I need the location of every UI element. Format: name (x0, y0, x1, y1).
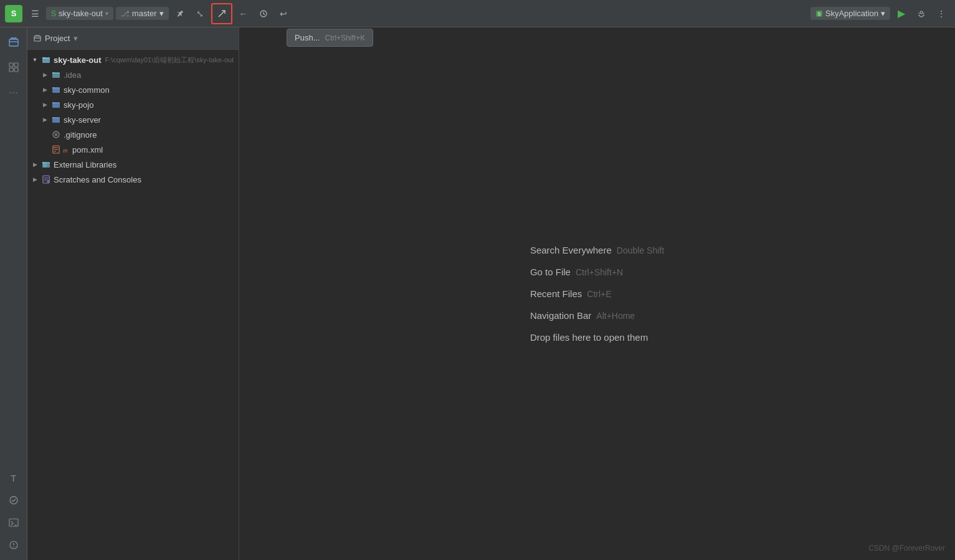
sidebar-item-unknown[interactable] (4, 535, 24, 555)
navigation-bar-label: Navigation Bar (530, 310, 591, 321)
shortcut-row-search: Search Everywhere Double Shift (530, 245, 664, 255)
undo-icon[interactable]: ↩ (275, 5, 292, 22)
left-sidebar: ··· T (0, 27, 27, 560)
sky-server-folder-icon (51, 115, 61, 125)
shortcut-row-recent: Recent Files Ctrl+E (530, 288, 612, 299)
search-everywhere-key: Double Shift (617, 245, 664, 255)
sidebar-item-terminal[interactable] (4, 513, 24, 533)
more-options-icon[interactable]: ⋮ (933, 5, 950, 22)
sky-common-label: sky-common (64, 85, 110, 95)
navigation-bar-key: Alt+Home (596, 311, 635, 321)
sidebar-bottom-group: T (4, 468, 24, 555)
go-to-file-label: Go to File (530, 267, 571, 277)
gitignore-icon (51, 130, 61, 140)
sky-common-folder-icon (51, 85, 61, 95)
back-icon[interactable]: ← (235, 5, 252, 22)
tree-arrow-sky-server: ▶ (40, 115, 50, 125)
main-area: Project ▾ ▼ sky-take-out F:\cqwm\day01\后… (27, 27, 955, 560)
run-config-chevron-icon: ▾ (881, 9, 885, 18)
sidebar-item-structure[interactable] (4, 57, 24, 77)
push-tooltip-shortcut: Ctrl+Shift+K (325, 34, 365, 42)
pin-icon[interactable] (171, 5, 189, 22)
project-panel-header: Project ▾ (27, 27, 239, 50)
tree-arrow-sky-pojo: ▶ (40, 100, 50, 110)
svg-rect-6 (14, 63, 18, 67)
shortcut-row-goto: Go to File Ctrl+Shift+N (530, 267, 623, 277)
tree-item-gitignore[interactable]: ▶ .gitignore (27, 127, 239, 142)
shortcut-row-drop: Drop files here to open them (530, 332, 648, 343)
recent-files-label: Recent Files (530, 288, 582, 299)
tree-arrow-idea: ▶ (40, 70, 50, 80)
tree-item-sky-pojo[interactable]: ▶ sky-pojo (27, 97, 239, 112)
search-everywhere-label: Search Everywhere (530, 245, 612, 255)
project-header-icon (34, 35, 41, 42)
toolbar-right: S SkyApplication ▾ ▶ ⋮ (810, 5, 950, 22)
branch-name-label: master (132, 9, 157, 18)
project-chevron-icon: ▾ (105, 10, 108, 17)
debug-button[interactable] (913, 5, 930, 22)
pom-m-badge: m (62, 145, 69, 154)
project-panel-title: Project (45, 34, 70, 43)
branch-chevron-icon: ▾ (159, 9, 164, 18)
go-to-file-key: Ctrl+Shift+N (576, 267, 623, 277)
sidebar-item-coverage[interactable] (4, 490, 24, 510)
push-button[interactable] (211, 3, 232, 24)
history-icon[interactable] (255, 5, 272, 22)
run-button[interactable]: ▶ (893, 5, 910, 22)
shortcuts-panel: Search Everywhere Double Shift Go to Fil… (530, 245, 664, 343)
run-config-label: SkyApplication (825, 9, 878, 18)
sidebar-item-project[interactable] (4, 32, 24, 52)
external-libraries-icon (41, 159, 51, 169)
push-tooltip: Push... Ctrl+Shift+K (287, 29, 373, 47)
project-name-label: sky-take-out (59, 9, 103, 18)
svg-point-12 (13, 546, 14, 548)
tree-arrow-scratches: ▶ (30, 174, 40, 184)
compress-icon[interactable]: ⤡ (191, 5, 209, 22)
svg-rect-7 (9, 68, 13, 72)
svg-text:m: m (63, 148, 68, 153)
tree-arrow-sky-common: ▶ (40, 85, 50, 95)
tree-arrow-external: ▶ (30, 159, 40, 169)
tree-item-pom[interactable]: ▶ m m pom.xml (27, 142, 239, 157)
file-tree: ▼ sky-take-out F:\cqwm\day01\后端初始工程\sky-… (27, 50, 239, 560)
sidebar-item-more[interactable]: ··· (4, 82, 24, 102)
scratches-icon (41, 174, 51, 184)
attribution-text: CSDN @ForeverRover (868, 544, 945, 553)
svg-rect-8 (14, 68, 18, 72)
svg-text:S: S (817, 11, 820, 17)
run-config-selector[interactable]: S SkyApplication ▾ (810, 7, 890, 20)
tree-arrow-root: ▼ (30, 55, 40, 65)
root-path: F:\cqwm\day01\后端初始工程\sky-take-out (105, 55, 234, 65)
branch-icon: ⎇ (121, 9, 130, 18)
svg-rect-26 (47, 180, 49, 183)
root-folder-icon (41, 55, 51, 65)
hamburger-menu-icon[interactable]: ☰ (26, 5, 44, 22)
pom-label: pom.xml (72, 145, 103, 154)
svg-rect-13 (34, 36, 40, 41)
push-tooltip-label: Push... (295, 33, 320, 42)
external-libraries-label: External Libraries (54, 160, 116, 169)
project-panel-chevron-icon: ▾ (74, 34, 78, 43)
tree-item-external-libraries[interactable]: ▶ External Libraries (27, 157, 239, 172)
svg-rect-4 (9, 39, 18, 46)
svg-point-9 (10, 496, 17, 504)
sidebar-item-typography[interactable]: T (4, 468, 24, 488)
project-icon: S (51, 9, 56, 18)
scratches-label: Scratches and Consoles (54, 175, 141, 184)
tree-item-idea[interactable]: ▶ .idea (27, 67, 239, 82)
tree-item-sky-common[interactable]: ▶ sky-common (27, 82, 239, 97)
recent-files-key: Ctrl+E (587, 289, 611, 299)
branch-selector[interactable]: ⎇ master ▾ (116, 7, 169, 20)
tree-item-scratches[interactable]: ▶ Scratches and Consoles (27, 172, 239, 187)
tree-item-sky-server[interactable]: ▶ sky-server (27, 112, 239, 127)
svg-rect-5 (9, 63, 13, 67)
sky-pojo-label: sky-pojo (64, 100, 93, 110)
idea-folder-icon (51, 70, 61, 80)
tree-item-root[interactable]: ▼ sky-take-out F:\cqwm\day01\后端初始工程\sky-… (27, 52, 239, 67)
editor-area: Search Everywhere Double Shift Go to Fil… (239, 27, 955, 560)
project-selector[interactable]: S sky-take-out ▾ (46, 7, 113, 20)
root-label: sky-take-out (54, 55, 102, 65)
app-icon-letter: S (11, 9, 17, 18)
gitignore-label: .gitignore (64, 130, 97, 140)
sky-server-label: sky-server (64, 115, 101, 125)
